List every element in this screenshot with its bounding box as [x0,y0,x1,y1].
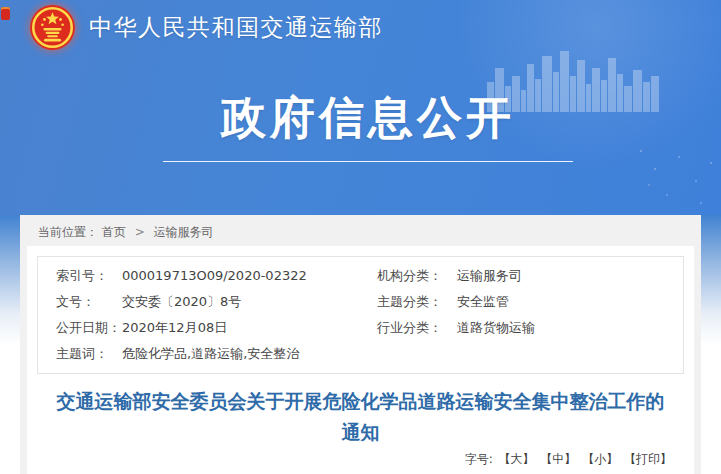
meta-label-index: 索引号： [56,263,122,289]
font-size-small-button[interactable]: 【小】 [582,452,618,466]
table-row: 索引号： 000019713O09/2020-02322 机构分类： 运输服务司 [38,263,683,289]
page-title: 政府信息公开 [221,91,515,144]
article-panel: 索引号： 000019713O09/2020-02322 机构分类： 运输服务司… [27,246,694,474]
breadcrumb-section-link[interactable]: 运输服务司 [154,225,214,239]
meta-label-keywords: 主题词： [56,341,122,367]
meta-label-industry: 行业分类： [377,315,457,341]
meta-value-topic: 安全监管 [457,289,683,315]
font-size-label: 字号: [465,452,493,466]
meta-label-empty [377,341,457,367]
meta-label-date: 公开日期： [56,315,122,341]
print-button[interactable]: 【打印】 [624,452,672,466]
document-meta-table: 索引号： 000019713O09/2020-02322 机构分类： 运输服务司… [37,256,684,374]
breadcrumb-home-link[interactable]: 首页 [102,225,126,239]
national-emblem-icon [29,4,76,51]
meta-value-empty [457,341,683,367]
site-title: 中华人民共和国交通运输部 [89,12,383,43]
font-size-large-button[interactable]: 【大】 [499,452,535,466]
breadcrumb-separator: > [135,225,145,239]
document-title: 交通运输部安全委员会关于开展危险化学品道路运输安全集中整治工作的通知 [55,386,666,448]
font-size-toolbar: 字号: 【大】 【中】 【小】 【打印】 [27,451,694,467]
table-row: 文号： 交安委〔2020〕8号 主题分类： 安全监管 [38,289,683,315]
meta-value-docno: 交安委〔2020〕8号 [122,289,377,315]
breadcrumb-prefix: 当前位置： [38,225,98,239]
meta-label-topic: 主题分类： [377,289,457,315]
table-row: 主题词： 危险化学品,道路运输,安全整治 [38,341,683,367]
meta-value-org: 运输服务司 [457,263,683,289]
site-banner: 中华人民共和国交通运输部 政府信息公开 [0,0,721,215]
breadcrumb: 当前位置： 首页 > 运输服务司 [20,215,701,246]
content-wrapper: 当前位置： 首页 > 运输服务司 索引号： 000019713O09/2020-… [20,215,701,474]
meta-label-org: 机构分类： [377,263,457,289]
meta-value-date: 2020年12月08日 [122,315,377,341]
site-logo[interactable]: 中华人民共和国交通运输部 [29,4,383,51]
meta-value-keywords: 危险化学品,道路运输,安全整治 [122,341,377,367]
meta-value-index: 000019713O09/2020-02322 [122,263,377,289]
table-row: 公开日期： 2020年12月08日 行业分类： 道路货物运输 [38,315,683,341]
banner-heading: 政府信息公开 [163,88,573,162]
font-size-medium-button[interactable]: 【中】 [540,452,576,466]
mini-flag-icon [1,7,10,20]
constellation-dots-graphic [640,150,642,152]
meta-label-docno: 文号： [56,289,122,315]
meta-value-industry: 道路货物运输 [457,315,683,341]
